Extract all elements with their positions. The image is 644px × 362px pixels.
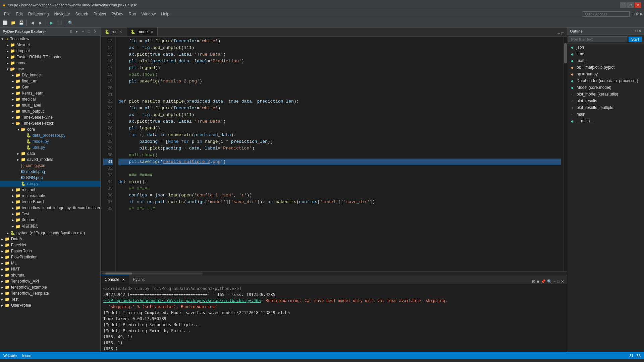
code-editor[interactable]: 13 14 15 16 17 18 19 20 21 22 23 24 25 2… <box>101 37 567 272</box>
outline-start-button[interactable]: Start <box>629 37 642 42</box>
editor-scrollbar[interactable] <box>564 37 567 272</box>
outline-item-model[interactable]: ◆ Model (core.model) <box>567 84 644 91</box>
tree-item-dataa[interactable]: ▸ 📁 DataA <box>0 236 100 242</box>
toolbar-search[interactable]: 🔍 <box>67 19 74 26</box>
outline-maximize[interactable]: □ <box>635 29 638 33</box>
quick-access-input[interactable] <box>583 11 630 17</box>
editor-minimize-btn[interactable]: − <box>557 31 560 36</box>
menu-navigate[interactable]: Navigate <box>51 11 72 17</box>
console-clear-btn[interactable]: ⊠ <box>532 279 535 284</box>
tree-item-diy[interactable]: ▸ 📁 Diy_image <box>0 72 100 78</box>
console-tab-close[interactable]: ✕ <box>122 278 125 282</box>
tree-item-config-json[interactable]: ▸ { } config.json <box>0 163 100 169</box>
tree-item-faster-rcnn[interactable]: ▸ 📁 Faster-RCNN_TF-master <box>0 54 100 60</box>
tree-item-fasterrcnn[interactable]: ▸ 📁 FasterRcnn <box>0 248 100 254</box>
outline-item-time[interactable]: ◆ time <box>567 51 644 57</box>
menu-edit[interactable]: Edit <box>13 11 25 17</box>
console-maximize-btn[interactable]: □ <box>557 279 559 284</box>
console-terminate-btn[interactable]: ■ <box>537 279 539 284</box>
outline-close[interactable]: ✕ <box>638 29 641 33</box>
tree-item-res-net[interactable]: ▸ 📁 res_net <box>0 187 100 193</box>
tree-item-tf-input[interactable]: ▸ 📁 tensorflow_input_image_by_tfrecord-m… <box>0 205 100 211</box>
tree-item-alexnet[interactable]: ▸ 📁 Alexnet <box>0 42 100 48</box>
explorer-collapse[interactable]: ⬆ <box>68 29 73 34</box>
outline-item-math[interactable]: ◆ math <box>567 57 644 64</box>
toolbar-fwd[interactable]: ▶ <box>37 19 44 26</box>
toolbar-new[interactable]: ⬜ <box>1 19 9 26</box>
tree-item-rnn-png[interactable]: ▸ 🖼 RNN.png <box>0 175 100 181</box>
console-pin-btn[interactable]: 📌 <box>541 279 546 284</box>
tree-item-tensorflow[interactable]: ▾ 🗂 Tensorflow <box>0 36 100 42</box>
horizontal-scrollbar[interactable] <box>101 272 567 275</box>
tree-item-nmt[interactable]: ▸ 📁 NMT <box>0 266 100 272</box>
tree-item-core[interactable]: ▾ 📂 core <box>0 126 100 132</box>
tree-item-model-png[interactable]: ▸ 🖼 model.png <box>0 169 100 175</box>
outline-item-main-main[interactable]: ◆ __main__ <box>567 118 644 124</box>
toolbar-run[interactable]: ▶ <box>48 19 55 26</box>
tree-item-new[interactable]: ▾ 📂 new <box>0 66 100 72</box>
tab-pyunit[interactable]: PyUnit <box>129 275 149 284</box>
minimize-button[interactable]: ─ <box>620 2 627 8</box>
outline-item-json[interactable]: ◆ json <box>567 44 644 51</box>
explorer-close[interactable]: ✕ <box>92 29 98 34</box>
toolbar-save[interactable]: 💾 <box>17 19 25 26</box>
tree-item-keras-learn[interactable]: ▸ 📁 Keras_learn <box>0 90 100 96</box>
maximize-button[interactable]: □ <box>627 2 634 8</box>
toolbar-open[interactable]: 📁 <box>9 19 17 26</box>
menu-search[interactable]: Search <box>73 11 91 17</box>
tree-item-multi-output[interactable]: ▸ 📁 multi_output <box>0 108 100 114</box>
explorer-maximize[interactable]: □ <box>86 29 92 34</box>
outline-item-dataloader[interactable]: ◆ DataLoader (core.data_processor) <box>567 77 644 84</box>
tree-item-tf-example[interactable]: ▸ 📁 tensorflow_example <box>0 284 100 290</box>
console-minimize-btn[interactable]: − <box>553 279 556 284</box>
tree-item-fine[interactable]: ▸ 📁 fine_turn <box>0 78 100 84</box>
toolbar-back[interactable]: ◀ <box>29 19 36 26</box>
tree-item-shurufa[interactable]: ▸ 📁 shurufa <box>0 272 100 278</box>
outline-item-plot-model[interactable]: ○ plot_model (keras.utils) <box>567 91 644 98</box>
toolbar-debug[interactable]: ⬛ <box>56 19 63 26</box>
tree-item-ml[interactable]: ▸ 📁 ML <box>0 260 100 266</box>
tree-item-data[interactable]: ▸ 📁 data <box>0 150 100 157</box>
tree-item-test[interactable]: ▸ 📁 Test <box>0 211 100 217</box>
tree-item-tfrecord[interactable]: ▸ 📁 tfrecord <box>0 217 100 223</box>
tree-item-saved-models[interactable]: ▸ 📁 saved_models <box>0 157 100 163</box>
tree-item-tf-template[interactable]: ▸ 📁 Tensorflow_Template <box>0 290 100 296</box>
tree-item-tensorboard[interactable]: ▸ 📁 tensorBoard <box>0 199 100 205</box>
tree-item-tf-api[interactable]: ▸ 📁 Tensorflow_API <box>0 278 100 284</box>
outline-item-main[interactable]: ○ main <box>567 111 644 118</box>
console-close-btn[interactable]: ✕ <box>561 279 564 284</box>
outline-filter-input[interactable] <box>569 36 627 42</box>
menu-project[interactable]: Project <box>91 11 109 17</box>
tree-item-python[interactable]: ▸ 🐍 python (e:\Progr... conda3\python.ex… <box>0 230 100 236</box>
tree-item-flowprediction[interactable]: ▸ 📁 FlowPrediction <box>0 254 100 260</box>
outline-item-plot-results[interactable]: ○ plot_results <box>567 98 644 104</box>
outline-item-np[interactable]: ◆ np = numpy <box>567 71 644 77</box>
tree-item-userprofile[interactable]: ▸ 📁 UserProfile <box>0 302 100 308</box>
tree-item-time-series-sine[interactable]: ▸ 📁 Time-Series-Sine <box>0 114 100 120</box>
menu-pydev[interactable]: PyDev <box>109 11 126 17</box>
tree-item-run-py[interactable]: ▸ 🐍 run.py <box>0 181 100 187</box>
tree-item-dog-cat[interactable]: ▸ 📁 dog-cat <box>0 48 100 54</box>
tree-item-data-processor[interactable]: ▸ 🐍 data_processor.py <box>0 132 100 138</box>
menu-refactoring[interactable]: Refactoring <box>25 11 51 17</box>
tree-item-gan[interactable]: ▸ 📁 Gan <box>0 84 100 90</box>
menu-file[interactable]: File <box>1 11 13 17</box>
close-button[interactable]: ✕ <box>635 2 641 8</box>
tree-item-utils-py[interactable]: ▸ 🐍 utils.py <box>0 144 100 150</box>
tree-item-model-py[interactable]: ▸ 🐍 model.py <box>0 138 100 144</box>
tree-item-medical[interactable]: ▸ 📁 medical <box>0 96 100 102</box>
tree-item-test2[interactable]: ▸ 📁 Test <box>0 296 100 302</box>
outline-item-plot-results-multiple[interactable]: ○ plot_results_multiple <box>567 104 644 111</box>
tab-model-close[interactable]: ✕ <box>151 30 153 34</box>
code-content[interactable]: fig = plt.figure(facecolor='white') ax =… <box>116 37 564 272</box>
tree-item-facenet[interactable]: ▸ 📁 FaceNet <box>0 242 100 248</box>
tab-run-close[interactable]: ✕ <box>119 30 122 34</box>
tab-console[interactable]: Console ✕ <box>101 275 129 284</box>
tab-run[interactable]: 🐍 run ✕ <box>101 27 126 36</box>
menu-run[interactable]: Run <box>126 11 139 17</box>
console-search-btn[interactable]: 🔍 <box>547 279 552 284</box>
tree-item-time-series-stock[interactable]: ▾ 📂 Time-Series-stock <box>0 120 100 126</box>
tree-item-multi-label[interactable]: ▸ 📁 multi_label <box>0 102 100 108</box>
tree-item-name[interactable]: ▸ 📁 name <box>0 60 100 66</box>
explorer-menu[interactable]: ▾ <box>74 29 79 34</box>
